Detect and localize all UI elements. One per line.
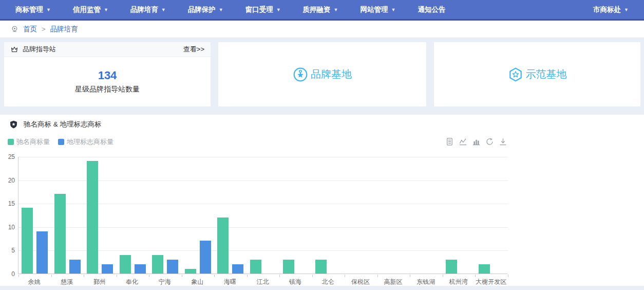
brand-guide-station-card: 品牌指导站 查看>> 134 星级品牌指导站数量 (4, 42, 211, 106)
brand-guide-station-header: 品牌指导站 查看>> (4, 42, 211, 57)
bar-驰名商标量 (250, 260, 261, 274)
x-axis-tick (345, 275, 345, 277)
legend-label: 地理标志商标量 (67, 137, 113, 147)
category-bar-group (149, 156, 182, 274)
bar-驰名商标量 (120, 255, 131, 274)
nav-item-brand-protection[interactable]: 品牌保护 ▼ (188, 5, 223, 14)
x-axis-tick (279, 275, 280, 277)
x-axis-tick (84, 275, 84, 277)
chevron-down-icon: ▼ (276, 7, 281, 12)
category-bar-group (312, 156, 345, 274)
x-axis-tick-label: 海曙 (214, 278, 247, 286)
switch-bar-chart-icon[interactable] (472, 137, 481, 146)
category-bar-group (84, 156, 117, 274)
chevron-down-icon: ▼ (104, 7, 108, 12)
legend-item-geo-trademark[interactable]: 地理标志商标量 (58, 137, 113, 147)
save-image-download-icon[interactable] (499, 137, 507, 146)
category-bar-group (182, 156, 215, 274)
nav-item-brand-cultivation[interactable]: 品牌培育 ▼ (130, 5, 166, 14)
category-bar-group (410, 156, 443, 274)
restore-icon[interactable] (485, 137, 494, 146)
x-axis-tick-label: 东钱湖 (409, 278, 442, 286)
nav-item-window-acceptance[interactable]: 窗口受理 ▼ (245, 5, 281, 14)
nav-item-label: 窗口受理 (245, 5, 273, 14)
breadcrumb: 首页 > 品牌培育 (0, 21, 644, 38)
x-axis-tick (475, 275, 476, 277)
x-axis-tick (214, 275, 215, 277)
category-bar-group (117, 156, 149, 274)
chart-legend: 驰名商标量 地理标志商标量 (8, 137, 113, 147)
y-axis-tick-label: 25 (0, 153, 15, 160)
chevron-down-icon: ▼ (219, 7, 223, 12)
bar-驰名商标量 (315, 260, 327, 274)
chart-panel-header: 驰名商标 & 地理标志商标 (9, 120, 102, 129)
demo-base-label: 示范基地 (526, 67, 567, 81)
data-view-icon[interactable] (445, 137, 454, 146)
nav-item-trademark-management[interactable]: 商标管理 ▼ (15, 5, 51, 14)
chevron-down-icon: ▼ (161, 7, 166, 12)
brand-base-card[interactable]: 品牌基地 (218, 42, 426, 106)
brand-guide-station-body: 134 星级品牌指导站数量 (4, 57, 211, 106)
demo-base-card[interactable]: 示范基地 (434, 42, 640, 106)
guide-station-count-label: 星级品牌指导站数量 (75, 85, 140, 94)
nav-menu: 商标管理 ▼ 信用监管 ▼ 品牌培育 ▼ 品牌保护 ▼ 窗口受理 ▼ 质押融资 … (15, 5, 445, 14)
category-bar-group (443, 156, 476, 274)
legend-item-famous-trademark[interactable]: 驰名商标量 (8, 137, 50, 147)
user-menu-label: 市商标处 (593, 5, 621, 14)
category-bar-group (18, 156, 51, 274)
nav-item-website-management[interactable]: 网站管理 ▼ (361, 5, 396, 14)
hexagon-star-icon (508, 67, 523, 82)
bar-地理标志商标量 (102, 264, 113, 274)
category-bar-group (377, 156, 410, 274)
bar-驰名商标量 (217, 218, 229, 274)
x-axis-tick (443, 275, 443, 277)
nav-item-label: 网站管理 (361, 5, 388, 14)
legend-swatch (58, 139, 64, 145)
card-title: 品牌指导站 (23, 45, 56, 54)
y-axis-tick-label: 10 (0, 224, 15, 231)
x-axis-tick-label: 杭州湾 (442, 278, 475, 286)
nav-item-notice-announcement[interactable]: 通知公告 (418, 5, 445, 14)
top-nav-bar: 商标管理 ▼ 信用监管 ▼ 品牌培育 ▼ 品牌保护 ▼ 窗口受理 ▼ 质押融资 … (0, 0, 644, 21)
bar-驰名商标量 (152, 255, 163, 274)
y-axis-tick-label: 0 (0, 270, 15, 278)
bar-地理标志商标量 (232, 264, 243, 274)
location-pin-icon (11, 25, 18, 33)
legend-swatch (8, 139, 14, 145)
nav-item-credit-supervision[interactable]: 信用监管 ▼ (73, 5, 108, 14)
x-axis-tick (247, 275, 248, 277)
x-axis-tick (312, 275, 313, 277)
x-axis-tick (508, 275, 508, 277)
chart-y-axis: 0510152025 (0, 157, 15, 274)
bar-地理标志商标量 (36, 231, 48, 274)
x-axis-tick (117, 275, 117, 277)
nav-item-pledge-financing[interactable]: 质押融资 ▼ (303, 5, 338, 14)
x-axis-tick (182, 275, 182, 277)
user-menu[interactable]: 市商标处 ▼ (593, 5, 629, 14)
guide-station-count: 134 (98, 69, 117, 82)
chart-toolbox (445, 137, 507, 146)
nav-item-label: 商标管理 (15, 5, 43, 14)
bar-驰名商标量 (479, 264, 490, 274)
view-more-link[interactable]: 查看>> (183, 45, 204, 54)
x-axis-tick-label: 象山 (181, 278, 214, 286)
switch-line-chart-icon[interactable] (459, 137, 467, 146)
x-axis-tick-label: 大榭开发区 (475, 278, 507, 286)
category-bar-group (214, 156, 247, 274)
y-axis-tick-label: 20 (0, 177, 15, 184)
brand-base-label: 品牌基地 (311, 67, 352, 81)
x-axis-tick (149, 275, 149, 277)
x-axis-tick (18, 275, 19, 277)
nav-item-label: 通知公告 (418, 5, 445, 14)
x-axis-tick (51, 275, 52, 277)
x-axis-tick-label: 保税区 (344, 278, 377, 286)
bar-驰名商标量 (446, 260, 457, 274)
breadcrumb-home-link[interactable]: 首页 (23, 25, 37, 34)
category-bar-group (247, 156, 280, 274)
y-axis-tick-label: 15 (0, 200, 15, 207)
breadcrumb-current: 品牌培育 (50, 25, 78, 34)
medal-circle-star-icon (293, 67, 308, 82)
x-axis-tick (377, 275, 378, 277)
chevron-down-icon: ▼ (624, 7, 629, 12)
y-axis-tick-label: 5 (0, 247, 15, 254)
